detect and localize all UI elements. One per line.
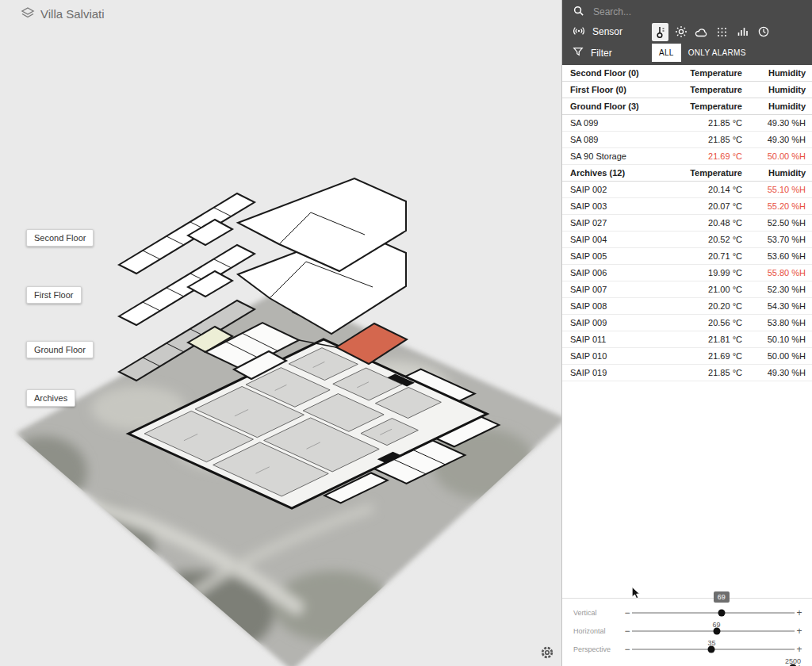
search-input[interactable]: [592, 6, 730, 18]
search-icon: [573, 5, 584, 19]
slider-decrease-button[interactable]: −: [622, 645, 632, 654]
slider-increase-button[interactable]: +: [795, 608, 804, 618]
sensor-table: Second Floor (0)TemperatureHumidityFirst…: [562, 65, 812, 381]
broadcast-icon: [573, 25, 585, 39]
sensor-row[interactable]: SAIP 01021.69 °C50.00 %H: [562, 348, 812, 365]
slider-label: Horizontal: [573, 627, 622, 635]
slider-row-vertical: Vertical−69+: [562, 603, 812, 622]
sensor-row[interactable]: SAIP 00721.00 °C52.30 %H: [562, 281, 812, 298]
filter-row: Filter ALL ONLY ALARMS: [573, 43, 802, 63]
section-header-row: Ground Floor (3)TemperatureHumidity: [562, 98, 812, 115]
section-header-row: First Floor (0)TemperatureHumidity: [562, 82, 812, 98]
floor-button-ground-floor[interactable]: Ground Floor: [26, 341, 94, 358]
slider-thumb[interactable]: [718, 609, 725, 616]
sound-bars-icon[interactable]: [734, 23, 751, 41]
camera-slider-panel: Vertical−69+Horizontal−69+Perspective−35…: [562, 598, 812, 666]
sensor-row[interactable]: SAIP 00220.14 °C55.10 %H: [562, 182, 812, 198]
floor-button-second-floor[interactable]: Second Floor: [26, 229, 94, 247]
sensor-row[interactable]: SA 90 Storage21.69 °C50.00 %H: [562, 148, 812, 165]
slider-thumb[interactable]: [708, 645, 715, 653]
slider-increase-button[interactable]: +: [795, 626, 804, 636]
sensor-row[interactable]: SAIP 01121.81 °C50.10 %H: [562, 331, 812, 348]
app-root: Villa Salviati Second FloorFirst FloorGr…: [0, 0, 812, 666]
filter-option-only-alarms[interactable]: ONLY ALARMS: [681, 44, 753, 62]
building-3d-view[interactable]: [0, 0, 561, 666]
thermometer-icon[interactable]: [652, 23, 668, 41]
slider-label: Vertical: [573, 609, 622, 617]
sensor-row[interactable]: SA 08921.85 °C49.30 %H: [562, 132, 812, 148]
filter-label: Filter: [591, 48, 612, 59]
particles-icon[interactable]: [714, 23, 730, 41]
sun-icon[interactable]: [672, 23, 689, 41]
settings-gear-button[interactable]: [539, 645, 555, 661]
sensor-row[interactable]: SAIP 00619.99 °C55.80 %H: [562, 265, 812, 281]
sensor-row[interactable]: SAIP 00920.56 °C53.80 %H: [562, 315, 812, 331]
sensor-type-icons: [652, 21, 772, 42]
clock-icon[interactable]: [755, 23, 772, 41]
section-header-row: Second Floor (0)TemperatureHumidity: [562, 65, 812, 82]
sensor-row: Sensor: [573, 21, 802, 42]
brand: Villa Salviati: [21, 6, 105, 21]
slider-value: 69: [714, 591, 730, 603]
slider-decrease-button[interactable]: −: [622, 626, 632, 636]
search-row: [573, 4, 730, 20]
sensor-row[interactable]: SAIP 00520.71 °C53.60 %H: [562, 248, 812, 265]
filter-options: ALL ONLY ALARMS: [652, 43, 753, 63]
sensor-row[interactable]: SA 09921.85 °C49.30 %H: [562, 115, 812, 132]
sensor-row[interactable]: SAIP 00320.07 °C55.20 %H: [562, 198, 812, 215]
slider-row-distance: −2500+: [562, 658, 812, 666]
slider-row-horizontal: Horizontal−69+: [562, 622, 812, 640]
sensor-row[interactable]: SAIP 01921.85 °C49.30 %H: [562, 365, 812, 381]
funnel-icon: [573, 46, 584, 59]
slider-label: Perspective: [573, 645, 622, 653]
layers-logo-icon: [21, 6, 35, 21]
section-header-row: Archives (12)TemperatureHumidity: [562, 165, 812, 182]
sensor-row[interactable]: SAIP 02720.48 °C52.50 %H: [562, 215, 812, 232]
floor-button-first-floor[interactable]: First Floor: [26, 286, 82, 304]
app-title: Villa Salviati: [40, 7, 105, 21]
slider-increase-button[interactable]: +: [795, 645, 804, 654]
panel-header: Sensor: [562, 0, 812, 65]
sensor-row[interactable]: SAIP 00820.20 °C54.30 %H: [562, 298, 812, 315]
sensor-side-panel: Sensor: [561, 0, 812, 666]
filter-option-all[interactable]: ALL: [652, 44, 681, 62]
slider-track[interactable]: [632, 612, 795, 614]
slider-decrease-button[interactable]: −: [622, 663, 632, 666]
cloud-icon[interactable]: [693, 23, 710, 41]
slider-row-perspective: Perspective−35+: [562, 640, 812, 658]
sensor-label: Sensor: [592, 26, 622, 37]
floor-button-archives[interactable]: Archives: [26, 389, 75, 407]
floor-map-area[interactable]: Villa Salviati Second FloorFirst FloorGr…: [0, 0, 561, 666]
sensor-row[interactable]: SAIP 00420.52 °C53.70 %H: [562, 232, 812, 248]
slider-thumb[interactable]: [713, 627, 720, 634]
slider-decrease-button[interactable]: −: [622, 608, 632, 618]
